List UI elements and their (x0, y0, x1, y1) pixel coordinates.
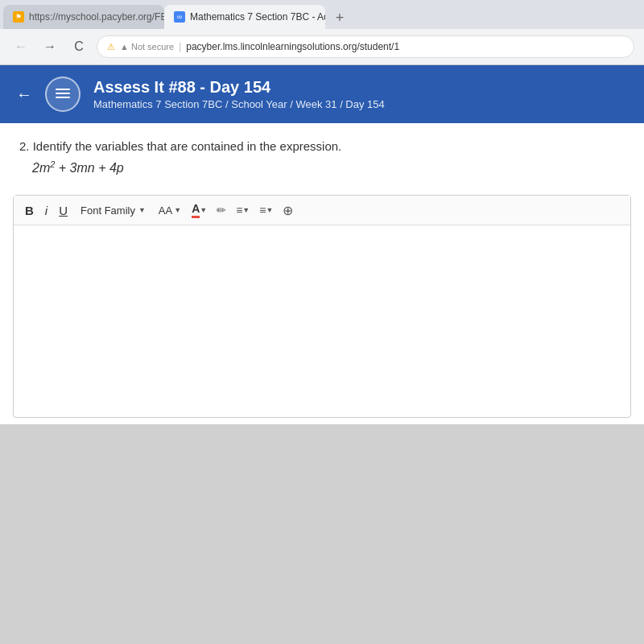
more-icon: ⊕ (283, 203, 293, 218)
address-input[interactable]: ⚠ ▲ Not secure | pacyber.lms.lincolnlear… (97, 35, 634, 58)
tab-favicon-1: ⚑ (13, 11, 24, 23)
font-size-arrow: ▼ (174, 206, 181, 214)
address-bar: ← → C ⚠ ▲ Not secure | pacyber.lms.linco… (0, 29, 644, 64)
font-family-arrow: ▼ (138, 206, 146, 214)
browser-chrome: ⚑ https://myschool.pacyber.org/FE × ∞ Ma… (0, 0, 644, 65)
font-size-button[interactable]: AA ▼ (155, 203, 184, 218)
font-color-icon: A (192, 202, 200, 218)
list-button[interactable]: ≡ ▼ (257, 202, 275, 218)
tab-label-1: https://myschool.pacyber.org/FE (29, 11, 164, 23)
font-color-arrow: ▼ (200, 206, 207, 214)
security-icon: ⚠ (107, 42, 115, 52)
font-size-label: AA (159, 204, 172, 217)
editor-toolbar: B i U Font Family ▼ AA ▼ A ▼ ✏ ≡ ▼ (14, 196, 630, 225)
svg-rect-2 (56, 97, 70, 98)
tab-inactive-1[interactable]: ⚑ https://myschool.pacyber.org/FE × (3, 5, 164, 29)
align-button[interactable]: ≡ ▼ (233, 202, 252, 218)
math-expression: 2m2 + 3mn + 4p (32, 159, 625, 175)
question-number: 2. (19, 139, 30, 153)
refresh-button[interactable]: C (68, 35, 90, 58)
header-icon (45, 76, 80, 112)
align-arrow: ▼ (242, 206, 250, 214)
math-term1: 2m2 (32, 161, 55, 175)
question-area: 2. Identify the variables that are conta… (0, 123, 644, 188)
math-sup1: 2 (50, 159, 55, 169)
bottom-area (0, 424, 644, 644)
menu-icon (53, 85, 72, 104)
italic-button[interactable]: i (42, 202, 51, 219)
more-button[interactable]: ⊕ (280, 201, 295, 220)
list-arrow: ▼ (266, 206, 273, 214)
page-header: ← Assess It #88 - Day 154 Mathematics 7 … (0, 65, 644, 123)
question-text: 2. Identify the variables that are conta… (19, 139, 625, 153)
header-text: Assess It #88 - Day 154 Mathematics 7 Se… (93, 78, 385, 110)
underline-button[interactable]: U (56, 202, 71, 219)
svg-rect-1 (56, 93, 70, 94)
forward-button[interactable]: → (39, 35, 61, 58)
page-title: Assess It #88 - Day 154 (93, 78, 385, 97)
tab-favicon-2: ∞ (174, 11, 185, 23)
svg-rect-0 (56, 89, 70, 90)
editor-container: B i U Font Family ▼ AA ▼ A ▼ ✏ ≡ ▼ (13, 195, 631, 417)
list-icon: ≡ (259, 204, 266, 217)
new-tab-button[interactable]: + (328, 6, 351, 29)
font-family-dropdown[interactable]: Font Family ▼ (76, 203, 151, 218)
math-term2: + 3mn + 4p (59, 161, 124, 175)
paint-button[interactable]: ✏ (214, 202, 229, 218)
tab-bar: ⚑ https://myschool.pacyber.org/FE × ∞ Ma… (0, 0, 644, 29)
font-color-button[interactable]: A ▼ (189, 200, 209, 220)
tab-active-2[interactable]: ∞ Mathematics 7 Section 7BC - Act × (164, 5, 325, 29)
font-family-label: Font Family (80, 204, 135, 217)
align-icon: ≡ (236, 204, 242, 217)
main-content: ← Assess It #88 - Day 154 Mathematics 7 … (0, 65, 644, 644)
bold-button[interactable]: B (22, 202, 37, 219)
address-text: pacyber.lms.lincolnlearningsolutions.org… (186, 41, 399, 52)
paint-icon: ✏ (217, 204, 226, 217)
back-button[interactable]: ← (10, 35, 32, 58)
security-label: ▲ Not secure (120, 42, 174, 52)
question-body: Identify the variables that are containe… (33, 139, 342, 153)
editor-body[interactable] (14, 225, 630, 386)
tab-label-2: Mathematics 7 Section 7BC - Act (190, 11, 325, 23)
page-subtitle: Mathematics 7 Section 7BC / School Year … (93, 98, 385, 110)
header-back-button[interactable]: ← (16, 85, 32, 104)
